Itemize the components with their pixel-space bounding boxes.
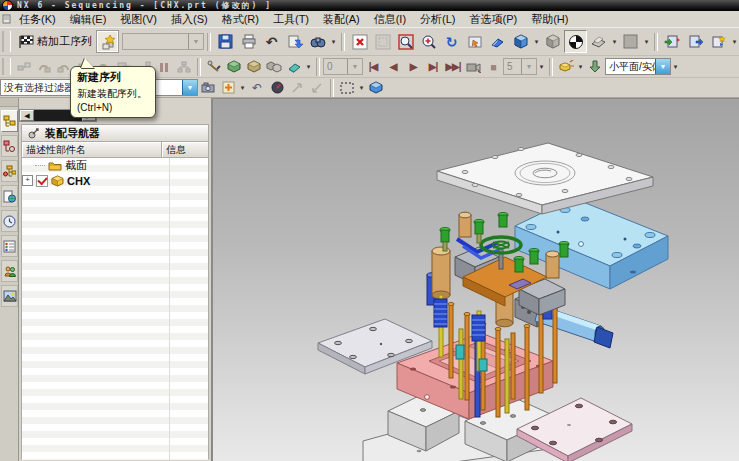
save-button[interactable]	[214, 30, 237, 53]
fit-view-button[interactable]	[348, 30, 371, 53]
delete-motion-button[interactable]	[204, 57, 224, 77]
add-selection-caret[interactable]: ▾	[238, 84, 247, 92]
prev-selection-button[interactable]	[287, 78, 307, 98]
export-movie-button[interactable]	[463, 57, 483, 77]
repeat-command-button[interactable]	[283, 30, 306, 53]
menu-help[interactable]: 帮助(H)	[524, 11, 575, 28]
window-menu-icon[interactable]	[2, 14, 12, 24]
toolbar-grip[interactable]	[2, 31, 11, 53]
menu-analysis[interactable]: 分析(L)	[413, 11, 462, 28]
step-back-button[interactable]: ◀	[383, 57, 403, 77]
menu-assemblies[interactable]: 装配(A)	[316, 11, 367, 28]
pan-view-button[interactable]	[463, 30, 486, 53]
pause-record-button[interactable]	[154, 57, 174, 77]
menu-format[interactable]: 格式(R)	[215, 11, 266, 28]
history-tab[interactable]	[1, 210, 18, 232]
tree-label-sections[interactable]: 截面	[65, 158, 87, 173]
window-group-caret[interactable]: ▾	[730, 38, 739, 46]
assembly-navigator-tab[interactable]	[1, 110, 18, 132]
snapshot-button[interactable]	[198, 78, 218, 98]
visual-reports-tab[interactable]	[1, 285, 18, 307]
menu-insert[interactable]: 插入(S)	[164, 11, 215, 28]
toolbar-grip[interactable]	[2, 58, 11, 75]
new-sequence-button[interactable]	[96, 30, 119, 53]
window-next-button[interactable]	[684, 30, 707, 53]
menu-tools[interactable]: 工具(T)	[266, 11, 316, 28]
display-mode-combo[interactable]: 小平面/实体 ▼	[605, 58, 671, 75]
rotate-view-button[interactable]: ↻	[440, 30, 463, 53]
frame-combo[interactable]: 0 ▼	[323, 58, 363, 75]
go-to-start-button[interactable]: |◀	[363, 57, 383, 77]
style-swatch-button[interactable]	[619, 30, 642, 53]
go-to-end-button[interactable]: ▶▶|	[443, 57, 463, 77]
perspective-button[interactable]	[486, 30, 509, 53]
arrangement-combo-dropdown[interactable]: ▼	[188, 34, 203, 49]
next-selection-button[interactable]	[307, 78, 327, 98]
column-info[interactable]: 信息	[162, 142, 208, 157]
zoom-window-button[interactable]	[371, 30, 394, 53]
scroll-left-button[interactable]: ◀	[20, 110, 34, 121]
zoom-in-out-button[interactable]	[417, 30, 440, 53]
menu-preferences[interactable]: 首选项(P)	[463, 11, 525, 28]
toolbar-overflow-caret[interactable]: ▾	[329, 38, 338, 46]
chx-checkbox[interactable]	[36, 175, 48, 187]
window-previous-button[interactable]	[661, 30, 684, 53]
menu-task[interactable]: 任务(K)	[12, 11, 63, 28]
resource-bar-handle[interactable]	[0, 98, 18, 107]
exploded-view-button[interactable]	[556, 57, 576, 77]
menu-view[interactable]: 视图(V)	[113, 11, 164, 28]
eraser-button[interactable]	[284, 57, 304, 77]
constraint-navigator-tab[interactable]	[1, 135, 18, 157]
finish-sequence-button[interactable]: 精加工序列	[14, 30, 96, 53]
import-sequence-button[interactable]	[585, 57, 605, 77]
recall-selection-button[interactable]: ↶	[247, 78, 267, 98]
roles-tab[interactable]	[1, 260, 18, 282]
rectangle-select-button[interactable]	[337, 78, 357, 98]
add-to-selection-button[interactable]	[218, 78, 238, 98]
clip-section-caret[interactable]: ▾	[610, 38, 619, 46]
undo-button[interactable]: ↶	[260, 30, 283, 53]
style-swatch-caret[interactable]: ▾	[642, 38, 651, 46]
stop-button[interactable]: ■	[483, 57, 503, 77]
arrangement-combo[interactable]: ▼	[122, 33, 204, 50]
tree-row-sections[interactable]: 截面	[22, 158, 208, 173]
display-mode-dropdown[interactable]: ▼	[655, 59, 670, 74]
step-forward-button[interactable]: ▶|	[423, 57, 443, 77]
true-shading-toggle[interactable]	[564, 30, 587, 53]
assemble-step-button[interactable]	[34, 57, 54, 77]
clip-section-button[interactable]	[587, 30, 610, 53]
insert-motion-button[interactable]	[14, 57, 34, 77]
pin-icon[interactable]	[28, 127, 40, 139]
menu-edit[interactable]: 编辑(E)	[63, 11, 114, 28]
part-navigator-tab[interactable]	[1, 160, 18, 182]
speed-combo[interactable]: 5 ▼	[503, 58, 537, 75]
sequence-tree-button[interactable]	[174, 57, 194, 77]
frame-combo-dropdown[interactable]: ▼	[347, 59, 362, 74]
tree-label-chx[interactable]: CHX	[67, 175, 90, 187]
show-all-button[interactable]	[264, 57, 284, 77]
print-button[interactable]	[237, 30, 260, 53]
find-component-button[interactable]	[306, 30, 329, 53]
playback-overflow-caret[interactable]: ▾	[537, 63, 546, 71]
menu-information[interactable]: 信息(I)	[367, 11, 413, 28]
play-forward-button[interactable]: ▶	[403, 57, 423, 77]
show-sequence-button[interactable]	[224, 57, 244, 77]
selection-gauge-button[interactable]	[267, 78, 287, 98]
window-new-button[interactable]	[707, 30, 730, 53]
shaded-display-caret[interactable]: ▾	[532, 38, 541, 46]
tree-row-chx[interactable]: + CHX	[22, 173, 208, 188]
selection-scope-dropdown[interactable]: ▼	[182, 80, 197, 95]
reuse-library-tab[interactable]	[1, 185, 18, 207]
zoom-region-button[interactable]	[394, 30, 417, 53]
shaded-display-button[interactable]	[509, 30, 532, 53]
highlight-solid-button[interactable]	[366, 78, 386, 98]
expander-icon[interactable]: +	[22, 175, 33, 186]
wireframe-display-button[interactable]	[541, 30, 564, 53]
exploded-view-caret[interactable]: ▾	[576, 63, 585, 71]
graphics-viewport[interactable]	[213, 98, 739, 461]
part-top-clamp-plate[interactable]	[437, 143, 653, 214]
column-descriptive-part-name[interactable]: 描述性部件名	[22, 142, 162, 157]
speed-combo-dropdown[interactable]: ▼	[521, 59, 536, 74]
sequence-overflow-caret[interactable]: ▾	[304, 63, 313, 71]
display-overflow-caret[interactable]: ▾	[671, 63, 680, 71]
